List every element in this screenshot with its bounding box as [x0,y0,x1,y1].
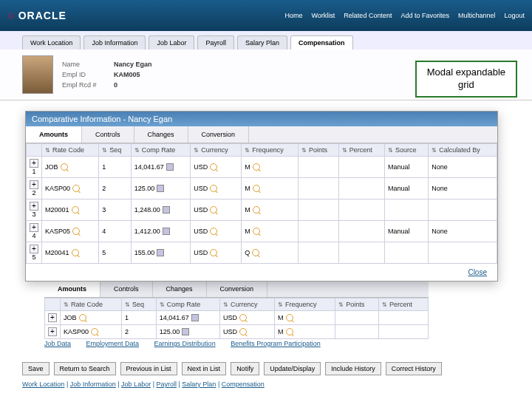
include-history-button[interactable]: Include History [325,362,381,375]
col-comp-rate[interactable]: Comp Rate [131,144,190,157]
bottom-links: Job Data Employment Data Earnings Distri… [44,340,334,347]
subtab-changes[interactable]: Changes [134,126,188,143]
link-benefits-program[interactable]: Benefits Program Participation [231,340,321,347]
expand-row-button[interactable]: + [30,180,38,189]
table-row: + 5M200415155.00USDQ [27,242,497,264]
bg-subtab-changes[interactable]: Changes [153,281,207,297]
link-job-data[interactable]: Job Data [44,340,71,347]
sort-icon [45,146,51,152]
nav-worklist[interactable]: Worklist [312,12,335,19]
tab-job-labor[interactable]: Job Labor [149,35,194,50]
calculator-icon[interactable] [157,185,164,192]
subtab-controls[interactable]: Controls [82,126,134,143]
expand-row-button[interactable]: + [30,223,38,232]
expand-row-button[interactable]: + [48,327,57,336]
bg-subtab-amounts[interactable]: Amounts [44,281,100,297]
calculator-icon[interactable] [182,328,189,335]
calculator-icon[interactable] [163,206,170,214]
lookup-icon[interactable] [91,328,98,335]
expand-row-button[interactable]: + [30,202,38,211]
cell-source: Manual [384,221,428,242]
expand-row-button[interactable]: + [48,313,57,322]
close-link[interactable]: Close [468,268,487,276]
lookup-icon[interactable] [72,206,79,214]
col-points[interactable]: Points [298,144,338,157]
subtab-conversion[interactable]: Conversion [188,126,250,143]
nav-multichannel[interactable]: Multichannel [458,12,496,19]
link-earnings-distribution[interactable]: Earnings Distribution [154,340,216,347]
lookup-icon[interactable] [61,163,68,171]
lookup-icon[interactable] [210,206,217,214]
table-row: + 1JOB114,041.67USDMManualNone [27,157,497,178]
tab-salary-plan[interactable]: Salary Plan [237,35,287,50]
top-banner: ○ORACLE Home Worklist Related Content Ad… [0,0,532,31]
nav-home[interactable]: Home [285,12,303,19]
lookup-icon[interactable] [210,163,217,171]
lookup-icon[interactable] [72,249,79,256]
table-row: + 2KASP002125.00USDMManualNone [27,178,497,200]
tab-job-information[interactable]: Job Information [83,35,146,50]
tab-work-location[interactable]: Work Location [22,35,81,50]
sort-icon [134,146,140,152]
lookup-icon[interactable] [210,228,217,235]
lookup-icon[interactable] [252,249,259,256]
cell-points [298,157,338,178]
expand-row-button[interactable]: + [30,245,38,253]
col-source[interactable]: Source [384,144,428,157]
previous-in-list-button[interactable]: Previous in List [120,362,177,375]
cell-rate-code: JOB [45,163,58,171]
lookup-icon[interactable] [210,249,217,256]
col-currency[interactable]: Currency [191,144,242,157]
lookup-icon[interactable] [253,185,260,192]
lookup-icon[interactable] [210,185,217,192]
col-percent[interactable]: Percent [338,144,384,157]
trail-job-information[interactable]: Job Information [70,381,116,388]
notify-button[interactable]: Notify [231,362,259,375]
cell-comp-rate: 1,248.00 [134,206,160,214]
label-name: Name [62,61,114,68]
col-rate-code[interactable]: Rate Code [42,144,99,157]
col-calculated-by[interactable]: Calculated By [429,144,497,157]
lookup-icon[interactable] [72,228,80,235]
next-in-list-button[interactable]: Next in List [182,362,227,375]
lookup-icon[interactable] [253,228,260,235]
cell-currency: USD [194,228,208,235]
expand-row-button[interactable]: + [30,159,38,168]
trail-salary-plan[interactable]: Salary Plan [182,381,216,388]
trail-compensation[interactable]: Compensation [222,381,265,388]
nav-add-to-favorites[interactable]: Add to Favorites [400,12,449,19]
calculator-icon[interactable] [191,314,199,321]
trail-payroll[interactable]: Payroll [156,381,177,388]
lookup-icon[interactable] [79,314,86,321]
col-seq[interactable]: Seq [99,144,132,157]
cell-currency: USD [194,163,208,171]
lookup-icon[interactable] [239,328,247,335]
cell-calc-by [429,200,497,221]
calculator-icon[interactable] [166,163,174,171]
nav-logout[interactable]: Logout [504,12,525,19]
trail-job-labor[interactable]: Job Labor [121,381,151,388]
calculator-icon[interactable] [157,249,164,256]
lookup-icon[interactable] [253,206,260,214]
lookup-icon[interactable] [286,314,293,321]
lookup-icon[interactable] [253,163,260,171]
col-frequency[interactable]: Frequency [242,144,299,157]
calculator-icon[interactable] [163,228,170,235]
bg-subtab-conversion[interactable]: Conversion [207,281,268,297]
link-employment-data[interactable]: Employment Data [86,340,140,347]
tab-payroll[interactable]: Payroll [197,35,234,50]
cell-points [298,221,338,242]
bg-subtab-controls[interactable]: Controls [100,281,153,297]
lookup-icon[interactable] [72,185,80,192]
modal-subtabs: Amounts Controls Changes Conversion [26,126,497,143]
return-to-search-button[interactable]: Return to Search [54,362,116,375]
correct-history-button[interactable]: Correct History [386,362,442,375]
trail-work-location[interactable]: Work Location [22,381,64,388]
subtab-amounts[interactable]: Amounts [26,126,82,143]
lookup-icon[interactable] [286,328,293,335]
tab-compensation[interactable]: Compensation [290,35,353,50]
lookup-icon[interactable] [239,314,247,321]
save-button[interactable]: Save [22,362,50,375]
update-display-button[interactable]: Update/Display [264,362,321,375]
nav-related-content[interactable]: Related Content [344,12,392,19]
